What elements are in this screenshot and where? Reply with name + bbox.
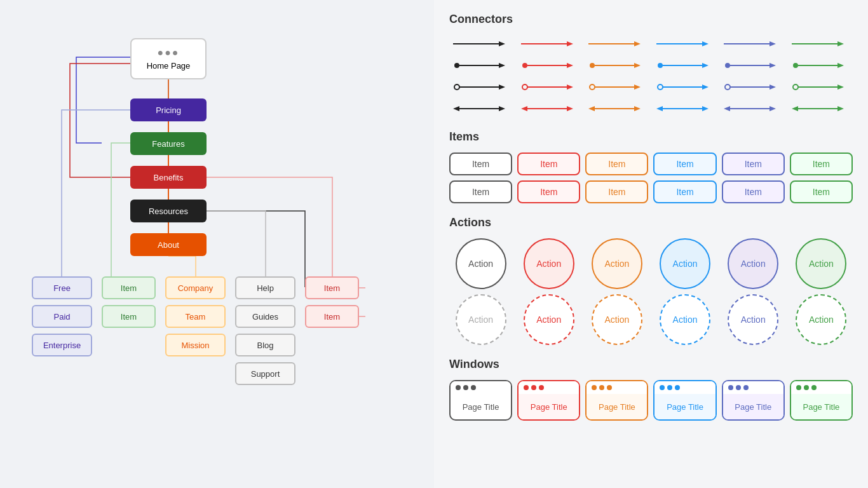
svg-point-62	[793, 85, 798, 90]
actions-section: Actions Action Action Action Action Acti…	[449, 216, 853, 345]
window-orange[interactable]: Page Title	[585, 380, 648, 421]
svg-marker-82	[837, 106, 844, 111]
node-enterprise[interactable]: Enterprise	[32, 334, 92, 356]
node-benefits-item1[interactable]: Item	[305, 276, 359, 299]
svg-point-56	[658, 85, 663, 90]
connector-indigo-circle	[720, 78, 785, 96]
action-blue-dashed[interactable]: Action	[660, 294, 710, 345]
node-features[interactable]: Features	[130, 132, 207, 155]
window-indigo-titlebar	[723, 381, 783, 394]
window-dot-18	[811, 385, 817, 390]
svg-marker-28	[837, 41, 844, 46]
node-about[interactable]: About	[130, 233, 207, 256]
home-label: Home Page	[147, 61, 191, 71]
item-box-gray-2[interactable]: Item	[449, 180, 512, 203]
connector-orange-dot	[585, 57, 650, 74]
node-help[interactable]: Help	[235, 276, 295, 299]
item-box-red-2[interactable]: Item	[517, 180, 580, 203]
connector-red-dot	[517, 57, 583, 74]
connectors-section: Connectors	[449, 13, 853, 118]
svg-marker-58	[702, 85, 709, 90]
action-orange-solid[interactable]: Action	[592, 238, 642, 289]
svg-marker-18	[499, 41, 505, 46]
window-gray[interactable]: Page Title	[449, 380, 512, 421]
connector-green-solid	[788, 35, 853, 53]
action-indigo-dashed[interactable]: Action	[728, 294, 778, 345]
action-red-solid[interactable]: Action	[524, 238, 574, 289]
node-blog[interactable]: Blog	[235, 334, 295, 356]
window-green[interactable]: Page Title	[790, 380, 853, 421]
node-team[interactable]: Team	[165, 305, 226, 328]
window-red[interactable]: Page Title	[517, 380, 580, 421]
svg-point-29	[454, 63, 459, 68]
svg-marker-55	[634, 85, 641, 90]
node-benefits[interactable]: Benefits	[130, 166, 207, 189]
action-red-dashed[interactable]: Action	[524, 294, 574, 345]
window-green-titlebar	[791, 381, 851, 394]
svg-point-59	[725, 85, 730, 90]
connector-green-double	[788, 100, 853, 118]
svg-point-47	[454, 85, 459, 90]
connectors-title: Connectors	[449, 13, 853, 26]
svg-marker-79	[770, 106, 776, 111]
item-box-blue-1[interactable]: Item	[653, 152, 716, 175]
node-free[interactable]: Free	[32, 276, 92, 299]
window-gray-titlebar	[451, 381, 511, 394]
window-dot-14	[736, 385, 741, 390]
window-dot-2	[463, 385, 468, 390]
action-green-solid[interactable]: Action	[796, 238, 846, 289]
node-features-item2[interactable]: Item	[102, 305, 156, 328]
connector-blue-circle	[653, 78, 718, 96]
item-box-blue-2[interactable]: Item	[653, 180, 716, 203]
window-dot-1	[456, 385, 461, 390]
action-blue-solid[interactable]: Action	[660, 238, 710, 289]
connector-orange-circle	[585, 78, 650, 96]
action-orange-dashed[interactable]: Action	[592, 294, 642, 345]
items-title: Items	[449, 130, 853, 144]
node-mission[interactable]: Mission	[165, 334, 226, 356]
action-indigo-solid[interactable]: Action	[728, 238, 778, 289]
item-box-indigo-1[interactable]: Item	[722, 152, 785, 175]
item-box-orange-2[interactable]: Item	[585, 180, 648, 203]
window-red-body: Page Title	[519, 394, 579, 419]
item-box-green-1[interactable]: Item	[790, 152, 853, 175]
home-dots: ●●●	[158, 47, 180, 58]
features-label: Features	[152, 139, 184, 149]
svg-marker-40	[702, 63, 709, 68]
windows-section: Windows Page Title Page Title	[449, 358, 853, 421]
window-dot-16	[796, 385, 801, 390]
item-box-orange-1[interactable]: Item	[585, 152, 648, 175]
node-benefits-item2[interactable]: Item	[305, 305, 359, 328]
resources-label: Resources	[149, 207, 188, 216]
node-company[interactable]: Company	[165, 276, 226, 299]
node-pricing[interactable]: Pricing	[130, 98, 207, 121]
action-gray-solid[interactable]: Action	[456, 238, 506, 289]
connector-blue-dot	[653, 57, 718, 74]
node-support[interactable]: Support	[235, 362, 295, 385]
window-dot-7	[592, 385, 597, 390]
svg-marker-37	[634, 63, 641, 68]
window-dot-11	[667, 385, 672, 390]
item-box-gray-1[interactable]: Item	[449, 152, 512, 175]
window-blue[interactable]: Page Title	[653, 380, 716, 421]
node-guides[interactable]: Guides	[235, 305, 295, 328]
window-dot-13	[728, 385, 733, 390]
about-label: About	[158, 240, 179, 250]
item-box-indigo-2[interactable]: Item	[722, 180, 785, 203]
right-panel: Connectors	[434, 0, 868, 488]
svg-marker-24	[702, 41, 709, 46]
connector-black-dot	[449, 57, 515, 74]
window-dot-9	[607, 385, 612, 390]
node-resources[interactable]: Resources	[130, 200, 207, 222]
window-indigo[interactable]: Page Title	[722, 380, 785, 421]
node-features-item1[interactable]: Item	[102, 276, 156, 299]
action-gray-dashed[interactable]: Action	[456, 294, 506, 345]
item-box-green-2[interactable]: Item	[790, 180, 853, 203]
svg-marker-49	[499, 85, 505, 90]
node-home[interactable]: ●●● Home Page	[130, 38, 207, 79]
item-box-red-1[interactable]: Item	[517, 152, 580, 175]
connector-black-double	[449, 100, 515, 118]
node-paid[interactable]: Paid	[32, 305, 92, 328]
svg-marker-46	[837, 63, 844, 68]
action-green-dashed[interactable]: Action	[796, 294, 846, 345]
